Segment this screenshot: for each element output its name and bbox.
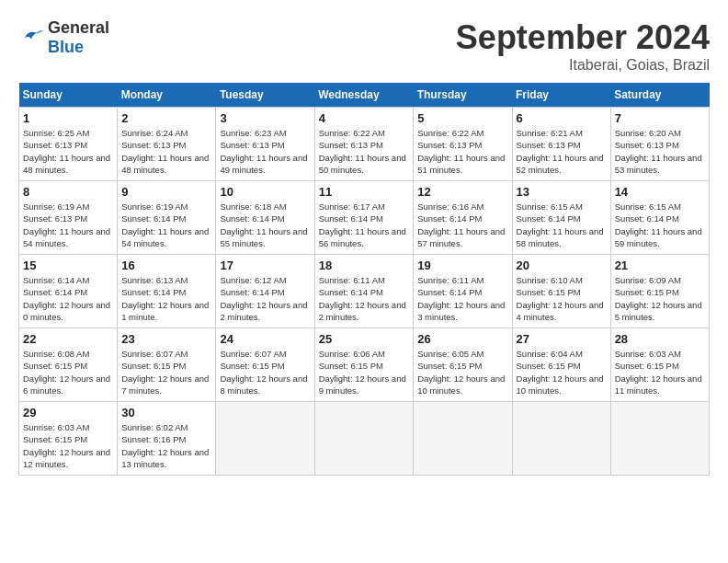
title-block: September 2024 Itaberai, Goias, Brazil (456, 18, 710, 74)
day-number: 17 (220, 259, 310, 272)
empty-cell (610, 402, 709, 476)
col-thursday: Thursday (414, 83, 512, 108)
day-info: Sunrise: 6:03 AMSunset: 6:15 PMDaylight:… (615, 348, 705, 396)
day-number: 12 (417, 185, 507, 199)
day-number: 15 (23, 259, 113, 272)
logo: General Blue (18, 18, 109, 57)
day-cell-17: 17 Sunrise: 6:12 AMSunset: 6:14 PMDaylig… (216, 255, 314, 328)
day-cell-15: 15 Sunrise: 6:14 AMSunset: 6:14 PMDaylig… (19, 255, 118, 328)
day-number: 13 (517, 185, 607, 199)
location-title: Itaberai, Goias, Brazil (456, 57, 710, 74)
day-number: 21 (615, 259, 705, 272)
day-cell-20: 20 Sunrise: 6:10 AMSunset: 6:15 PMDaylig… (512, 255, 610, 328)
day-info: Sunrise: 6:22 AMSunset: 6:13 PMDaylight:… (417, 127, 507, 176)
empty-cell (216, 402, 314, 476)
day-info: Sunrise: 6:20 AMSunset: 6:13 PMDaylight:… (615, 127, 705, 176)
day-cell-25: 25 Sunrise: 6:06 AMSunset: 6:15 PMDaylig… (314, 328, 414, 402)
logo-bird-icon (18, 25, 44, 51)
day-number: 20 (517, 259, 607, 272)
col-wednesday: Wednesday (314, 83, 414, 108)
day-number: 26 (417, 332, 507, 346)
col-tuesday: Tuesday (216, 83, 314, 108)
col-sunday: Sunday (19, 83, 118, 108)
empty-cell (512, 402, 610, 476)
calendar-table: Sunday Monday Tuesday Wednesday Thursday… (18, 83, 710, 476)
day-info: Sunrise: 6:04 AMSunset: 6:15 PMDaylight:… (517, 348, 607, 396)
day-info: Sunrise: 6:07 AMSunset: 6:15 PMDaylight:… (220, 348, 310, 396)
day-info: Sunrise: 6:14 AMSunset: 6:14 PMDaylight:… (23, 274, 113, 323)
day-number: 24 (220, 332, 310, 346)
day-number: 30 (121, 406, 211, 419)
day-cell-30: 30 Sunrise: 6:02 AMSunset: 6:16 PMDaylig… (118, 402, 216, 476)
day-info: Sunrise: 6:10 AMSunset: 6:15 PMDaylight:… (517, 274, 607, 323)
page-header: General Blue September 2024 Itaberai, Go… (18, 18, 710, 74)
day-info: Sunrise: 6:15 AMSunset: 6:14 PMDaylight:… (517, 201, 607, 249)
day-info: Sunrise: 6:11 AMSunset: 6:14 PMDaylight:… (319, 274, 410, 323)
day-info: Sunrise: 6:05 AMSunset: 6:15 PMDaylight:… (417, 348, 507, 396)
logo-blue-text: Blue (48, 38, 84, 56)
month-title: September 2024 (456, 18, 710, 57)
day-number: 4 (319, 111, 410, 125)
day-info: Sunrise: 6:23 AMSunset: 6:13 PMDaylight:… (220, 127, 310, 176)
day-info: Sunrise: 6:16 AMSunset: 6:14 PMDaylight:… (417, 201, 507, 249)
col-saturday: Saturday (610, 83, 709, 108)
day-cell-22: 22 Sunrise: 6:08 AMSunset: 6:15 PMDaylig… (19, 328, 118, 402)
day-cell-18: 18 Sunrise: 6:11 AMSunset: 6:14 PMDaylig… (314, 255, 414, 328)
day-info: Sunrise: 6:24 AMSunset: 6:13 PMDaylight:… (121, 127, 211, 176)
day-number: 6 (517, 111, 607, 125)
day-info: Sunrise: 6:02 AMSunset: 6:16 PMDaylight:… (121, 421, 211, 470)
day-number: 28 (615, 332, 705, 346)
day-cell-2: 2 Sunrise: 6:24 AMSunset: 6:13 PMDayligh… (118, 108, 216, 181)
day-info: Sunrise: 6:09 AMSunset: 6:15 PMDaylight:… (615, 274, 705, 323)
logo-general-text: General (48, 18, 109, 37)
day-cell-29: 29 Sunrise: 6:03 AMSunset: 6:15 PMDaylig… (19, 402, 118, 476)
day-number: 22 (23, 332, 113, 346)
day-number: 16 (121, 259, 211, 272)
day-number: 9 (121, 185, 211, 199)
day-info: Sunrise: 6:11 AMSunset: 6:14 PMDaylight:… (417, 274, 507, 323)
day-info: Sunrise: 6:17 AMSunset: 6:14 PMDaylight:… (319, 201, 410, 249)
day-number: 14 (615, 185, 705, 199)
empty-cell (414, 402, 512, 476)
day-info: Sunrise: 6:19 AMSunset: 6:14 PMDaylight:… (121, 201, 211, 249)
day-cell-19: 19 Sunrise: 6:11 AMSunset: 6:14 PMDaylig… (414, 255, 512, 328)
col-friday: Friday (512, 83, 610, 108)
day-info: Sunrise: 6:21 AMSunset: 6:13 PMDaylight:… (517, 127, 607, 176)
day-info: Sunrise: 6:12 AMSunset: 6:14 PMDaylight:… (220, 274, 310, 323)
day-cell-28: 28 Sunrise: 6:03 AMSunset: 6:15 PMDaylig… (610, 328, 709, 402)
day-number: 19 (417, 259, 507, 272)
day-cell-10: 10 Sunrise: 6:18 AMSunset: 6:14 PMDaylig… (216, 181, 314, 255)
day-cell-27: 27 Sunrise: 6:04 AMSunset: 6:15 PMDaylig… (512, 328, 610, 402)
day-number: 10 (220, 185, 310, 199)
day-cell-4: 4 Sunrise: 6:22 AMSunset: 6:13 PMDayligh… (314, 108, 414, 181)
empty-cell (314, 402, 414, 476)
day-number: 11 (319, 185, 410, 199)
day-cell-8: 8 Sunrise: 6:19 AMSunset: 6:13 PMDayligh… (19, 181, 118, 255)
day-info: Sunrise: 6:13 AMSunset: 6:14 PMDaylight:… (121, 274, 211, 323)
day-info: Sunrise: 6:03 AMSunset: 6:15 PMDaylight:… (23, 421, 113, 470)
day-number: 8 (23, 185, 113, 199)
day-cell-3: 3 Sunrise: 6:23 AMSunset: 6:13 PMDayligh… (216, 108, 314, 181)
day-info: Sunrise: 6:22 AMSunset: 6:13 PMDaylight:… (319, 127, 410, 176)
day-number: 2 (121, 111, 211, 125)
day-number: 5 (417, 111, 507, 125)
day-cell-26: 26 Sunrise: 6:05 AMSunset: 6:15 PMDaylig… (414, 328, 512, 402)
day-cell-5: 5 Sunrise: 6:22 AMSunset: 6:13 PMDayligh… (414, 108, 512, 181)
day-cell-1: 1 Sunrise: 6:25 AMSunset: 6:13 PMDayligh… (19, 108, 118, 181)
day-number: 23 (121, 332, 211, 346)
day-cell-9: 9 Sunrise: 6:19 AMSunset: 6:14 PMDayligh… (118, 181, 216, 255)
day-cell-13: 13 Sunrise: 6:15 AMSunset: 6:14 PMDaylig… (512, 181, 610, 255)
day-cell-24: 24 Sunrise: 6:07 AMSunset: 6:15 PMDaylig… (216, 328, 314, 402)
day-number: 29 (23, 406, 113, 419)
day-number: 27 (517, 332, 607, 346)
day-cell-12: 12 Sunrise: 6:16 AMSunset: 6:14 PMDaylig… (414, 181, 512, 255)
day-cell-7: 7 Sunrise: 6:20 AMSunset: 6:13 PMDayligh… (610, 108, 709, 181)
day-number: 3 (220, 111, 310, 125)
day-info: Sunrise: 6:08 AMSunset: 6:15 PMDaylight:… (23, 348, 113, 396)
day-cell-21: 21 Sunrise: 6:09 AMSunset: 6:15 PMDaylig… (610, 255, 709, 328)
day-info: Sunrise: 6:06 AMSunset: 6:15 PMDaylight:… (319, 348, 410, 396)
day-cell-11: 11 Sunrise: 6:17 AMSunset: 6:14 PMDaylig… (314, 181, 414, 255)
day-number: 18 (319, 259, 410, 272)
day-number: 7 (615, 111, 705, 125)
day-cell-14: 14 Sunrise: 6:15 AMSunset: 6:14 PMDaylig… (610, 181, 709, 255)
